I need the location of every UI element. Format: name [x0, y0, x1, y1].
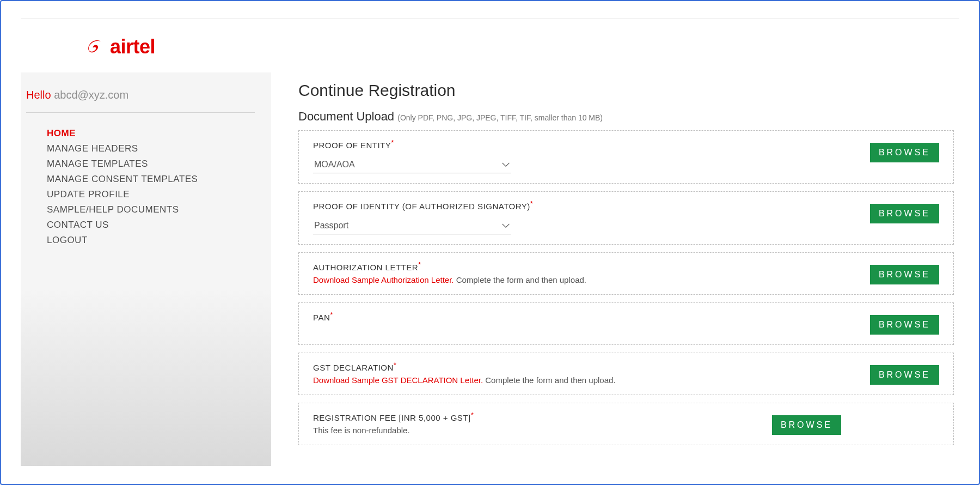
- sidebar-item-manage-consent-templates[interactable]: MANAGE CONSENT TEMPLATES: [47, 172, 255, 187]
- browse-button-identity[interactable]: BROWSE: [870, 204, 939, 223]
- upload-left: PROOF OF IDENTITY (OF AUTHORIZED SIGNATO…: [313, 199, 661, 234]
- helper-text: Download Sample Authorization Letter. Co…: [313, 275, 661, 284]
- browse-button-gstdecl[interactable]: BROWSE: [870, 365, 939, 385]
- body-row: Hello abcd@xyz.com HOMEMANAGE HEADERSMAN…: [21, 72, 959, 466]
- download-sample-link-authletter[interactable]: Download Sample Authorization Letter.: [313, 275, 454, 284]
- select-value: Passport: [314, 221, 348, 231]
- chevron-down-icon: [501, 162, 510, 167]
- upload-label-text: AUTHORIZATION LETTER: [313, 263, 418, 272]
- upload-left: GST DECLARATION*Download Sample GST DECL…: [313, 361, 661, 385]
- upload-label-authletter: AUTHORIZATION LETTER*: [313, 260, 661, 272]
- required-star: *: [530, 199, 534, 208]
- page-title: Continue Registration: [298, 81, 954, 100]
- upload-label-entity: PROOF OF ENTITY*: [313, 138, 661, 150]
- sidebar-divider: [26, 112, 255, 113]
- upload-label-text: PROOF OF IDENTITY (OF AUTHORIZED SIGNATO…: [313, 202, 530, 211]
- upload-label-pan: PAN*: [313, 311, 661, 322]
- select-identity[interactable]: Passport: [313, 219, 511, 234]
- upload-label-text: PROOF OF ENTITY: [313, 141, 391, 150]
- required-star: *: [418, 260, 421, 269]
- sidebar-item-manage-headers[interactable]: MANAGE HEADERS: [47, 141, 255, 156]
- required-star: *: [330, 311, 333, 319]
- upload-label-gstdecl: GST DECLARATION*: [313, 361, 661, 372]
- sidebar-item-contact-us[interactable]: CONTACT US: [47, 217, 255, 233]
- upload-card-identity: PROOF OF IDENTITY (OF AUTHORIZED SIGNATO…: [298, 191, 954, 245]
- sidebar-item-home[interactable]: HOME: [47, 126, 255, 141]
- browse-button-entity[interactable]: BROWSE: [870, 143, 939, 162]
- helper-rest: Complete the form and then upload.: [454, 275, 587, 284]
- section-label: Document Upload: [298, 110, 394, 123]
- sidebar-item-sample-help-documents[interactable]: SAMPLE/HELP DOCUMENTS: [47, 202, 255, 217]
- sidebar-nav: HOMEMANAGE HEADERSMANAGE TEMPLATESMANAGE…: [26, 126, 255, 248]
- select-value: MOA/AOA: [314, 160, 355, 169]
- brand-name: airtel: [110, 35, 155, 58]
- upload-left: REGISTRATION FEE [INR 5,000 + GST]*This …: [313, 411, 661, 435]
- greeting: Hello abcd@xyz.com: [26, 89, 255, 101]
- sidebar: Hello abcd@xyz.com HOMEMANAGE HEADERSMAN…: [21, 72, 271, 466]
- required-star: *: [391, 138, 394, 147]
- chevron-down-icon: [501, 223, 510, 228]
- select-entity[interactable]: MOA/AOA: [313, 157, 511, 173]
- browse-button-authletter[interactable]: BROWSE: [870, 265, 939, 284]
- helper-text: Download Sample GST DECLARATION Letter. …: [313, 375, 661, 385]
- section-title: Document Upload (Only PDF, PNG, JPG, JPE…: [298, 110, 954, 124]
- upload-card-authletter: AUTHORIZATION LETTER*Download Sample Aut…: [298, 252, 954, 295]
- browse-button-pan[interactable]: BROWSE: [870, 315, 939, 335]
- greeting-prefix: Hello: [26, 89, 51, 101]
- download-sample-link-gstdecl[interactable]: Download Sample GST DECLARATION Letter.: [313, 375, 483, 385]
- browse-button-regfee[interactable]: BROWSE: [772, 415, 841, 435]
- upload-label-text: PAN: [313, 313, 330, 322]
- brand-logo: airtel: [21, 19, 959, 72]
- sidebar-item-update-profile[interactable]: UPDATE PROFILE: [47, 187, 255, 202]
- upload-left: PROOF OF ENTITY*MOA/AOA: [313, 138, 661, 173]
- required-star: *: [394, 361, 397, 369]
- section-hint: (Only PDF, PNG, JPG, JPEG, TIFF, TIF, sm…: [397, 113, 603, 122]
- helper-text: This fee is non-refundable.: [313, 426, 661, 435]
- upload-card-regfee: REGISTRATION FEE [INR 5,000 + GST]*This …: [298, 403, 954, 445]
- upload-label-text: GST DECLARATION: [313, 363, 394, 372]
- sidebar-item-manage-templates[interactable]: MANAGE TEMPLATES: [47, 156, 255, 172]
- helper-rest: Complete the form and then upload.: [483, 375, 616, 385]
- airtel-swirl-icon: [86, 38, 105, 56]
- greeting-email: abcd@xyz.com: [54, 89, 128, 101]
- upload-card-gstdecl: GST DECLARATION*Download Sample GST DECL…: [298, 353, 954, 395]
- upload-card-entity: PROOF OF ENTITY*MOA/AOABROWSE: [298, 130, 954, 184]
- app-frame: airtel Hello abcd@xyz.com HOMEMANAGE HEA…: [0, 0, 980, 485]
- upload-label-text: REGISTRATION FEE [INR 5,000 + GST]: [313, 413, 471, 422]
- main-panel: Continue Registration Document Upload (O…: [271, 72, 959, 466]
- upload-left: AUTHORIZATION LETTER*Download Sample Aut…: [313, 260, 661, 284]
- sidebar-item-logout[interactable]: LOGOUT: [47, 233, 255, 248]
- required-star: *: [471, 411, 474, 419]
- upload-card-pan: PAN*BROWSE: [298, 302, 954, 345]
- uploads-container: PROOF OF ENTITY*MOA/AOABROWSEPROOF OF ID…: [298, 130, 954, 445]
- upload-left: PAN*: [313, 311, 661, 322]
- upload-label-regfee: REGISTRATION FEE [INR 5,000 + GST]*: [313, 411, 661, 422]
- upload-label-identity: PROOF OF IDENTITY (OF AUTHORIZED SIGNATO…: [313, 199, 661, 211]
